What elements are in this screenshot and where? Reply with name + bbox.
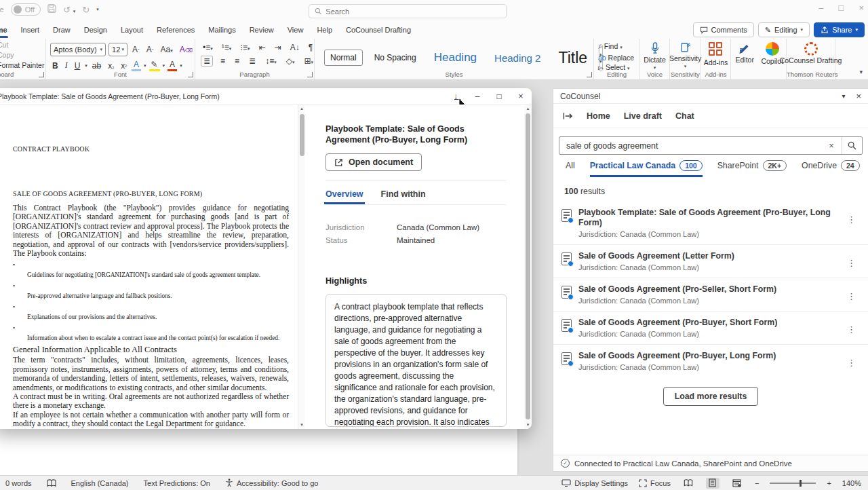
clear-formatting-icon[interactable]: A⌫: [178, 45, 195, 54]
cocounsel-drafting-button[interactable]: CoCounsel Drafting: [787, 39, 835, 64]
text-effects-icon[interactable]: A: [132, 60, 141, 71]
minimize-window-icon[interactable]: –: [818, 3, 823, 13]
result-title[interactable]: Sale of Goods Agreement (Pro-Seller, Sho…: [578, 284, 842, 295]
scrollbar-thumb[interactable]: [526, 113, 530, 419]
more-options-icon[interactable]: ⋮: [842, 288, 861, 304]
format-painter-button[interactable]: Format Painter: [0, 61, 45, 69]
editor-button[interactable]: Editor: [731, 39, 759, 79]
tab-overview[interactable]: Overview: [326, 189, 363, 204]
decrease-indent-icon[interactable]: ⇤: [257, 43, 268, 52]
shrink-font-icon[interactable]: Aˇ: [144, 45, 156, 54]
strikethrough-icon[interactable]: ab: [90, 61, 103, 71]
numbered-list-icon[interactable]: ¹≡▾: [220, 43, 234, 52]
zoom-slider-thumb[interactable]: [800, 480, 802, 487]
multilevel-list-icon[interactable]: ⁝≡▾: [238, 43, 252, 52]
result-row-5[interactable]: Sale of Goods Agreement (Pro-Buyer, Long…: [553, 345, 868, 377]
tab-design[interactable]: Design: [77, 22, 114, 39]
grow-font-icon[interactable]: Aˆ: [130, 45, 142, 54]
share-button[interactable]: Share▾: [814, 22, 865, 37]
result-title[interactable]: Sale of Goods Agreement (Pro-Buyer, Long…: [578, 351, 842, 361]
styles-dialog-launcher-icon[interactable]: [587, 72, 592, 77]
source-tab-practical-law-canada[interactable]: Practical Law Canada100: [590, 160, 703, 177]
zoom-in-icon[interactable]: +: [827, 479, 831, 487]
clear-search-icon[interactable]: ×: [821, 140, 842, 151]
result-row-4[interactable]: Sale of Goods Agreement (Pro-Buyer, Shor…: [553, 312, 868, 345]
search-submit-button[interactable]: [842, 137, 862, 154]
increase-indent-icon[interactable]: ⇥: [273, 43, 283, 52]
align-right-icon[interactable]: ≡: [233, 56, 241, 66]
text-effects-caret-icon[interactable]: ▾: [144, 63, 146, 69]
source-tab-all[interactable]: All: [566, 161, 575, 176]
addins-button[interactable]: Add-ins: [701, 39, 730, 67]
font-color-icon[interactable]: A: [167, 60, 177, 71]
align-center-icon[interactable]: ≡: [218, 56, 227, 66]
font-color-caret-icon[interactable]: ▾: [180, 63, 182, 69]
language-selector[interactable]: English (Canada): [71, 479, 129, 487]
editing-mode-button[interactable]: ✎ Editing▾: [758, 22, 810, 37]
font-size-combo[interactable]: 12▾: [108, 43, 127, 56]
customize-qat-icon[interactable]: ▾: [96, 7, 99, 12]
sort-icon[interactable]: A↓: [288, 43, 302, 52]
style-heading1[interactable]: Heading: [428, 48, 483, 68]
tab-home[interactable]: Home: [0, 22, 14, 39]
tab-view[interactable]: View: [281, 22, 311, 39]
dictate-button[interactable]: Dictate▾: [640, 39, 669, 71]
show-paragraph-marks-icon[interactable]: ¶: [307, 43, 315, 52]
result-title[interactable]: Sale of Goods Agreement (Letter Form): [578, 251, 842, 261]
cocounsel-search-box[interactable]: ×: [559, 136, 863, 155]
zoom-level[interactable]: 140%: [842, 479, 861, 487]
tab-mailings[interactable]: Mailings: [201, 22, 242, 39]
paragraph-dialog-launcher-icon[interactable]: [307, 72, 313, 77]
tab-insert[interactable]: Insert: [14, 22, 47, 39]
preview-doc-scrollbar[interactable]: ▴ ▾: [298, 105, 305, 429]
open-document-button[interactable]: Open document: [326, 153, 422, 171]
tab-layout[interactable]: Layout: [114, 22, 150, 39]
zoom-out-icon[interactable]: −: [755, 479, 759, 487]
highlight-color-icon[interactable]: ✎: [149, 60, 160, 71]
clipboard-dialog-launcher-icon[interactable]: [39, 72, 44, 77]
more-options-icon[interactable]: ⋮: [842, 212, 861, 227]
source-tab-onedrive[interactable]: OneDrive24: [802, 160, 860, 177]
zoom-slider[interactable]: [770, 483, 816, 484]
document-preview-pane[interactable]: CONTRACT PLAYBOOK SALE OF GOODS AGREEMEN…: [0, 105, 305, 429]
panel-close-icon[interactable]: ×: [856, 91, 861, 101]
tab-help[interactable]: Help: [310, 22, 339, 39]
font-dialog-launcher-icon[interactable]: [188, 72, 193, 77]
result-title[interactable]: Playbook Template: Sale of Goods Agreeme…: [578, 208, 842, 228]
tab-references[interactable]: References: [150, 22, 201, 39]
shading-icon[interactable]: ◇▾: [284, 56, 297, 66]
style-normal[interactable]: Normal: [324, 50, 363, 66]
proofing-icon[interactable]: [47, 479, 56, 487]
font-name-combo[interactable]: Aptos (Body)▾: [50, 43, 106, 56]
nav-chat[interactable]: Chat: [675, 111, 694, 121]
close-preview-icon[interactable]: ×: [510, 92, 532, 101]
panel-collapse-icon[interactable]: ▾: [842, 92, 845, 100]
web-layout-icon[interactable]: [730, 478, 744, 489]
read-mode-icon[interactable]: [682, 478, 695, 489]
borders-icon[interactable]: ⊞▾: [302, 56, 315, 66]
bullet-list-icon[interactable]: •≡▾: [201, 43, 215, 52]
nav-live-draft[interactable]: Live draft: [624, 111, 662, 121]
replace-button[interactable]: ab Replace: [598, 53, 639, 63]
sensitivity-button[interactable]: Sensitivity▾: [670, 39, 701, 69]
tab-review[interactable]: Review: [243, 22, 281, 39]
source-tab-sharepoint[interactable]: SharePoint2K+: [717, 160, 787, 177]
scroll-down-icon[interactable]: ▾: [524, 422, 532, 428]
find-button[interactable]: ⌕ Find ▾: [598, 41, 639, 53]
style-no-spacing[interactable]: No Spacing: [368, 50, 422, 66]
accessibility-status[interactable]: Accessibility: Good to go: [225, 478, 318, 487]
load-more-results-button[interactable]: Load more results: [663, 387, 759, 406]
more-options-icon[interactable]: ⋮: [842, 355, 861, 371]
scrollbar-thumb[interactable]: [300, 114, 304, 156]
word-count[interactable]: 0 words: [5, 479, 32, 487]
maximize-preview-icon[interactable]: □: [488, 92, 510, 101]
bold-icon[interactable]: B: [50, 61, 60, 71]
save-icon[interactable]: [47, 4, 56, 15]
tab-cocounsel-drafting[interactable]: CoCounsel Drafting: [339, 22, 418, 39]
text-predictions[interactable]: Text Predictions: On: [144, 479, 210, 487]
result-row-2[interactable]: Sale of Goods Agreement (Letter Form) Ju…: [553, 245, 868, 278]
scroll-down-icon[interactable]: ▾: [298, 422, 305, 428]
result-row-1[interactable]: Playbook Template: Sale of Goods Agreeme…: [553, 202, 868, 245]
result-row-3[interactable]: Sale of Goods Agreement (Pro-Seller, Sho…: [553, 278, 868, 312]
comments-button[interactable]: Comments: [693, 22, 754, 37]
